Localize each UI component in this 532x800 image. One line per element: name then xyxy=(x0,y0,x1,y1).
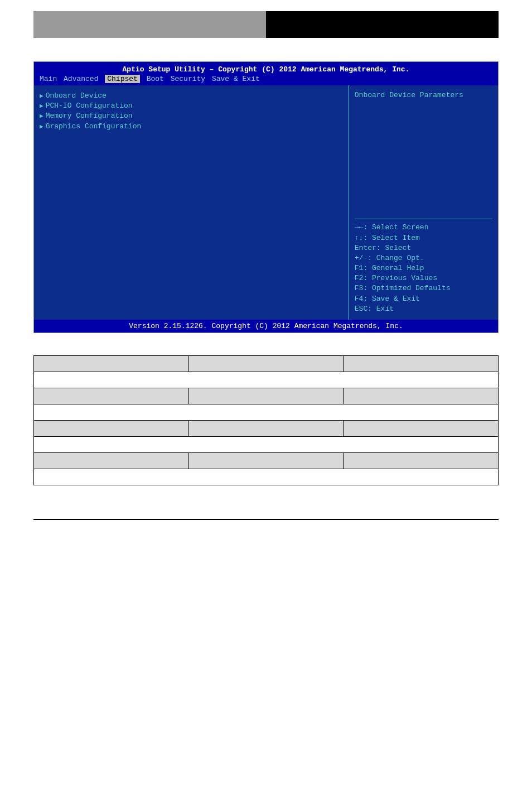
bios-key-hint: ↑↓: Select Item xyxy=(355,233,492,243)
bios-menu-advanced[interactable]: Advanced xyxy=(64,75,98,83)
header-left-block xyxy=(33,11,266,39)
bios-version-footer: Version 2.15.1226. Copyright (C) 2012 Am… xyxy=(34,320,498,332)
bios-screenshot: Aptio Setup Utility – Copyright (C) 2012… xyxy=(33,61,499,333)
triangle-right-icon: ▶ xyxy=(40,123,43,130)
triangle-right-icon: ▶ xyxy=(40,113,43,119)
bios-item-onboard-device[interactable]: ▶Onboard Device xyxy=(40,91,343,101)
bios-right-pane: Onboard Device Parameters →←: Select Scr… xyxy=(349,85,498,320)
table-cell xyxy=(34,372,499,388)
bios-key-hint: →←: Select Screen xyxy=(355,223,492,233)
bios-menu-main[interactable]: Main xyxy=(40,75,57,83)
table-row xyxy=(34,437,499,453)
bios-key-hint: F3: Optimized Defaults xyxy=(355,283,492,293)
table-cell xyxy=(344,388,499,404)
bios-key-hint: ESC: Exit xyxy=(355,304,492,314)
triangle-right-icon: ▶ xyxy=(40,93,43,99)
table-cell xyxy=(34,453,189,469)
page-footer-rule xyxy=(33,519,499,521)
bios-item-pch-io[interactable]: ▶PCH-IO Configuration xyxy=(40,101,343,111)
table-cell xyxy=(188,388,344,404)
bios-item-label: PCH-IO Configuration xyxy=(46,102,133,110)
table-cell xyxy=(34,404,499,421)
table-row xyxy=(34,372,499,388)
bios-item-label: Onboard Device xyxy=(46,91,107,100)
table-cell xyxy=(344,421,499,437)
bios-item-label: Graphics Configuration xyxy=(46,122,142,131)
page-header-bar xyxy=(33,11,499,39)
bios-item-label: Memory Configuration xyxy=(46,112,133,120)
table-row xyxy=(34,469,499,485)
table-cell xyxy=(188,356,344,372)
bios-key-hint: Enter: Select xyxy=(355,243,492,253)
bios-key-hints: →←: Select Screen ↑↓: Select Item Enter:… xyxy=(355,219,492,314)
table-row xyxy=(34,421,499,437)
bios-item-graphics[interactable]: ▶Graphics Configuration xyxy=(40,122,343,132)
bios-title: Aptio Setup Utility – Copyright (C) 2012… xyxy=(34,62,498,74)
table-cell xyxy=(34,437,499,453)
table-row xyxy=(34,453,499,469)
bios-key-hint: +/-: Change Opt. xyxy=(355,253,492,263)
bios-menu-boot[interactable]: Boot xyxy=(147,75,164,83)
table-cell xyxy=(188,421,344,437)
table-row xyxy=(34,388,499,404)
bios-key-hint: F4: Save & Exit xyxy=(355,294,492,304)
bios-left-pane: ▶Onboard Device ▶PCH-IO Configuration ▶M… xyxy=(34,85,349,320)
bios-key-hint: F2: Previous Values xyxy=(355,273,492,283)
bios-menu-security[interactable]: Security xyxy=(171,75,205,83)
table-row xyxy=(34,356,499,372)
table-cell xyxy=(188,453,344,469)
bios-item-memory[interactable]: ▶Memory Configuration xyxy=(40,111,343,121)
bios-menu-chipset[interactable]: Chipset xyxy=(105,75,140,83)
table-cell xyxy=(34,421,189,437)
triangle-right-icon: ▶ xyxy=(40,103,43,109)
table-cell xyxy=(344,356,499,372)
bios-menu-bar: Main Advanced Chipset Boot Security Save… xyxy=(34,74,498,85)
bios-key-hint: F1: General Help xyxy=(355,263,492,273)
bios-menu-save-exit[interactable]: Save & Exit xyxy=(212,75,260,83)
bios-help-text: Onboard Device Parameters xyxy=(355,91,492,99)
header-right-block xyxy=(266,11,499,39)
table-cell xyxy=(34,356,189,372)
table-row xyxy=(34,404,499,421)
bios-body: ▶Onboard Device ▶PCH-IO Configuration ▶M… xyxy=(34,85,498,320)
table-cell xyxy=(34,469,499,485)
settings-table xyxy=(33,355,499,485)
table-cell xyxy=(344,453,499,469)
table-cell xyxy=(34,388,189,404)
